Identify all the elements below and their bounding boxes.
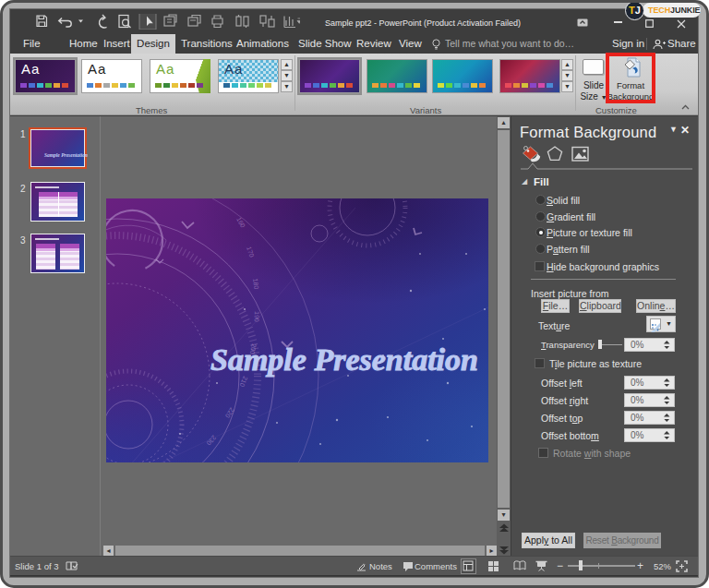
svg-text:190: 190 — [254, 311, 260, 322]
svg-text:180: 180 — [252, 278, 260, 290]
svg-text:160: 160 — [235, 216, 246, 229]
svg-text:230: 230 — [205, 434, 217, 446]
svg-text:170: 170 — [246, 246, 255, 258]
svg-text:220: 220 — [224, 406, 235, 419]
